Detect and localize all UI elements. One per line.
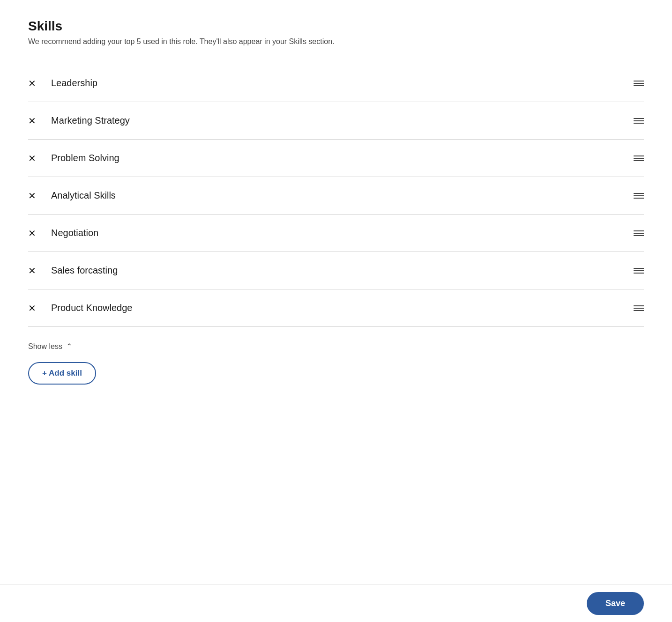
remove-skill-icon[interactable]: ✕ — [28, 304, 36, 313]
skill-name: Leadership — [51, 78, 97, 89]
skill-left: ✕ Analytical Skills — [28, 190, 116, 201]
skill-item: ✕ Product Knowledge — [28, 289, 644, 327]
page-subtitle: We recommend adding your top 5 used in t… — [28, 37, 644, 46]
skill-item: ✕ Analytical Skills — [28, 177, 644, 215]
drag-handle-icon[interactable] — [634, 156, 644, 161]
remove-skill-icon[interactable]: ✕ — [28, 154, 36, 163]
drag-handle-icon[interactable] — [634, 305, 644, 311]
skill-item: ✕ Sales forcasting — [28, 252, 644, 289]
skills-list: ✕ Leadership ✕ Marketing Strategy ✕ Prob… — [28, 65, 644, 327]
save-button[interactable]: Save — [587, 592, 644, 615]
remove-skill-icon[interactable]: ✕ — [28, 79, 36, 88]
skill-name: Analytical Skills — [51, 190, 116, 201]
skill-left: ✕ Marketing Strategy — [28, 115, 130, 126]
skill-left: ✕ Leadership — [28, 78, 97, 89]
chevron-up-icon: ⌃ — [66, 342, 72, 351]
show-less-label: Show less — [28, 342, 62, 351]
skill-item: ✕ Problem Solving — [28, 140, 644, 177]
show-less-button[interactable]: Show less ⌃ — [28, 327, 644, 362]
skill-name: Product Knowledge — [51, 303, 132, 313]
drag-handle-icon[interactable] — [634, 268, 644, 274]
skill-item: ✕ Marketing Strategy — [28, 102, 644, 140]
page-title: Skills — [28, 19, 644, 34]
remove-skill-icon[interactable]: ✕ — [28, 266, 36, 275]
drag-handle-icon[interactable] — [634, 230, 644, 236]
skill-item: ✕ Negotiation — [28, 215, 644, 252]
drag-handle-icon[interactable] — [634, 118, 644, 124]
skill-left: ✕ Sales forcasting — [28, 265, 118, 276]
remove-skill-icon[interactable]: ✕ — [28, 191, 36, 200]
skill-name: Negotiation — [51, 228, 98, 238]
skill-left: ✕ Negotiation — [28, 228, 98, 238]
skill-item: ✕ Leadership — [28, 65, 644, 102]
skill-name: Problem Solving — [51, 153, 119, 163]
skill-left: ✕ Product Knowledge — [28, 303, 132, 313]
skill-left: ✕ Problem Solving — [28, 153, 119, 163]
drag-handle-icon[interactable] — [634, 81, 644, 86]
drag-handle-icon[interactable] — [634, 193, 644, 199]
remove-skill-icon[interactable]: ✕ — [28, 229, 36, 238]
skill-name: Marketing Strategy — [51, 115, 130, 126]
footer-bar: Save — [0, 585, 672, 622]
remove-skill-icon[interactable]: ✕ — [28, 116, 36, 126]
skill-name: Sales forcasting — [51, 265, 118, 276]
add-skill-button[interactable]: + Add skill — [28, 362, 96, 385]
